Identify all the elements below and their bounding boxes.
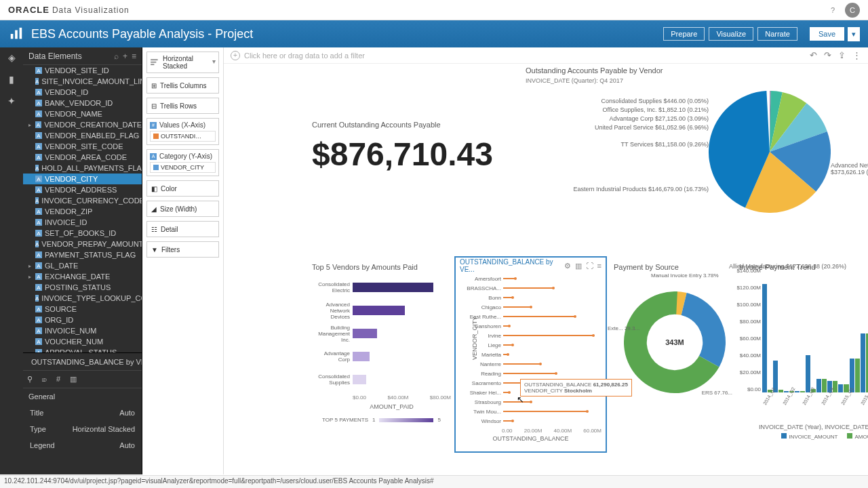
tree-item[interactable]: ASET_OF_BOOKS_ID xyxy=(23,228,142,239)
help-icon[interactable]: ? xyxy=(826,3,840,17)
bar-icon[interactable]: ▥ xyxy=(575,262,582,270)
filter-prompt: Click here or drag data to add a filter xyxy=(244,52,365,60)
tree-item[interactable]: ▸AEXCHANGE_DATE xyxy=(23,271,142,282)
color-well[interactable]: ◧Color xyxy=(146,180,219,197)
tree-item[interactable]: AINVOICE_TYPE_LOOKUP_CODE xyxy=(23,293,142,304)
tree-item[interactable]: AHOLD_ALL_PAYMENTS_FLAG xyxy=(23,163,142,174)
chip-outstanding[interactable]: OUTSTANDI… xyxy=(150,131,216,142)
properties-panel: OUTSTANDING_BALANCE by VENDOR... ⚲ ⎄ # ▥… xyxy=(23,352,142,474)
tree-item[interactable]: AVENDOR_ADDRESS xyxy=(23,184,142,195)
top5-tile[interactable]: Top 5 Vendors by Amounts Paid Consolidat… xyxy=(312,263,451,446)
tab-prepare[interactable]: Prepare xyxy=(663,27,705,41)
menu-icon[interactable]: ≡ xyxy=(132,52,136,61)
svg-rect-2 xyxy=(20,28,22,39)
pie-subtitle: INVOICE_DATE (Quarter): Q4 2017 xyxy=(526,77,868,84)
size-well[interactable]: ◢Size (Width) xyxy=(146,201,219,217)
donut-title: Payment by Source xyxy=(614,263,736,271)
project-header: EBS Accounts Payable Analysis - Project … xyxy=(0,20,868,47)
data-icon[interactable]: ◈ xyxy=(5,52,18,64)
metric-tile[interactable]: Current Outstanding Accounts Payable $87… xyxy=(312,121,493,173)
chart-type-selector[interactable]: HorizontalStacked ▾ xyxy=(146,52,219,73)
add-filter-icon[interactable]: + xyxy=(231,51,240,60)
tree-item[interactable]: ASOURCE xyxy=(23,304,142,314)
expand-icon[interactable]: ⛶ xyxy=(586,262,593,270)
tree-item[interactable]: AVENDOR_ENABLED_FLAG xyxy=(23,130,142,141)
trend-tile[interactable]: Invoice Payment Trend $0.00$20.00M$40.00… xyxy=(739,263,868,436)
svg-rect-8 xyxy=(151,59,158,60)
filters-well[interactable]: ▼Filters xyxy=(146,241,219,258)
chip-vendor-city[interactable]: VENDOR_CITY xyxy=(150,162,216,173)
tree-item[interactable]: AVENDOR_ZIP xyxy=(23,206,142,217)
tree-item[interactable]: AAPPROVAL_STATUS xyxy=(23,347,142,352)
svg-rect-0 xyxy=(11,34,14,39)
trellis-rows[interactable]: ⊟Trellis Rows xyxy=(146,98,219,114)
prop-link-icon[interactable]: ⚲ xyxy=(27,375,33,384)
add-icon[interactable]: + xyxy=(123,52,127,61)
avatar[interactable]: C xyxy=(845,3,860,18)
svg-rect-6 xyxy=(151,62,156,63)
tree-item[interactable]: AVENDOR_ID xyxy=(23,87,142,98)
tree-item[interactable]: AVENDOR_NAME xyxy=(23,108,142,119)
tab-visualize[interactable]: Visualize xyxy=(709,27,753,41)
tree-item[interactable]: AINVOICE_NUM xyxy=(23,325,142,336)
settings-icon[interactable]: ⚙ xyxy=(564,262,571,270)
pie-title: Outstanding Accounts Payable by Vendor xyxy=(526,66,868,75)
city-menu-icon[interactable]: ≡ xyxy=(597,262,601,270)
tree-item[interactable]: ▸AVENDOR_CREATION_DATE xyxy=(23,119,142,130)
trellis-columns[interactable]: ⊞Trellis Columns xyxy=(146,77,219,94)
cursor-icon: ↖ xyxy=(517,394,524,405)
left-rail: ◈ ▮ ✦ xyxy=(0,47,23,474)
tree-item[interactable]: AVOUCHER_NUM xyxy=(23,336,142,347)
category-y-axis[interactable]: ACategory (Y-Axis) VENDOR_CITY xyxy=(146,149,219,176)
more-icon[interactable]: ⋮ xyxy=(852,50,861,60)
values-x-axis[interactable]: #Values (X-Axis) OUTSTANDI… xyxy=(146,118,219,145)
city-title: OUTSTANDING_BALANCE by VE... xyxy=(460,258,564,273)
data-elements-title: Data Elements xyxy=(28,52,82,61)
top5-title: Top 5 Vendors by Amounts Paid xyxy=(312,263,451,271)
analytics-icon[interactable]: ✦ xyxy=(5,95,18,107)
search-icon[interactable]: ⌕ xyxy=(114,52,119,61)
filter-bar[interactable]: + Click here or drag data to add a filte… xyxy=(224,47,868,64)
tree-item[interactable]: AVENDOR_SITE_ID xyxy=(23,65,142,76)
pie-vendor-tile[interactable]: Outstanding Accounts Payable by Vendor I… xyxy=(526,66,868,256)
tooltip: OUTSTANDING_BALANCE 61,290,826.25 VENDOR… xyxy=(520,379,632,396)
prop-section-general: General xyxy=(23,388,142,405)
tree-item[interactable]: AINVOICE_CURRENCY_CODE xyxy=(23,195,142,206)
redo-icon[interactable]: ↷ xyxy=(824,50,831,60)
tree-item[interactable]: ASITE_INVOICE_AMOUNT_LIMIT xyxy=(23,76,142,87)
oracle-logo: ORACLEData Visualization xyxy=(8,5,130,15)
save-dropdown[interactable]: ▾ xyxy=(848,27,860,41)
data-elements-panel: Data Elements ⌕ + ≡ AVENDOR_SITE_IDASITE… xyxy=(23,47,142,474)
metric-label: Current Outstanding Accounts Payable xyxy=(312,121,493,129)
tree-item[interactable]: AVENDOR_AREA_CODE xyxy=(23,152,142,163)
share-icon[interactable]: ⇪ xyxy=(838,50,846,60)
tree-item[interactable]: ABANK_VENDOR_ID xyxy=(23,98,142,108)
canvas-toolbar: ↶ ↷ ⇪ ⋮ xyxy=(810,50,861,60)
tree-item[interactable]: ▸AGL_DATE xyxy=(23,260,142,271)
tree-item[interactable]: AVENDOR_PREPAY_AMOUNT xyxy=(23,239,142,249)
viz-icon[interactable]: ▮ xyxy=(5,73,18,85)
donut-center: 343M xyxy=(624,291,726,393)
properties-title: OUTSTANDING_BALANCE by VENDOR... xyxy=(31,358,142,366)
tree-item[interactable]: AINVOICE_ID xyxy=(23,217,142,228)
prop-hash-icon[interactable]: # xyxy=(56,375,60,384)
project-icon xyxy=(8,26,24,42)
tree-item[interactable]: APAYMENT_STATUS_FLAG xyxy=(23,249,142,260)
donut-tile[interactable]: Payment by Source 343M Manual Invoice En… xyxy=(614,263,736,446)
tree-item[interactable]: AVENDOR_CITY xyxy=(23,174,142,184)
data-tree[interactable]: AVENDOR_SITE_IDASITE_INVOICE_AMOUNT_LIMI… xyxy=(23,65,142,352)
config-panel: HorizontalStacked ▾ ⊞Trellis Columns ⊟Tr… xyxy=(142,47,224,474)
svg-rect-7 xyxy=(151,64,154,65)
prop-tree-icon[interactable]: ⎄ xyxy=(42,375,47,384)
tree-item[interactable]: AORG_ID xyxy=(23,314,142,325)
detail-well[interactable]: ☷Detail xyxy=(146,221,219,237)
tree-item[interactable]: AVENDOR_SITE_CODE xyxy=(23,141,142,152)
city-bar-tile[interactable]: OUTSTANDING_BALANCE by VE... ⚙ ▥ ⛶ ≡ VEN… xyxy=(454,256,607,453)
prop-bar-icon[interactable]: ▥ xyxy=(70,375,77,384)
canvas: + Click here or drag data to add a filte… xyxy=(224,47,868,474)
undo-icon[interactable]: ↶ xyxy=(810,50,817,60)
tree-item[interactable]: APOSTING_STATUS xyxy=(23,282,142,293)
save-button[interactable]: Save xyxy=(810,27,844,41)
tab-narrate[interactable]: Narrate xyxy=(757,27,797,41)
metric-value: $876,710.43 xyxy=(312,136,493,173)
